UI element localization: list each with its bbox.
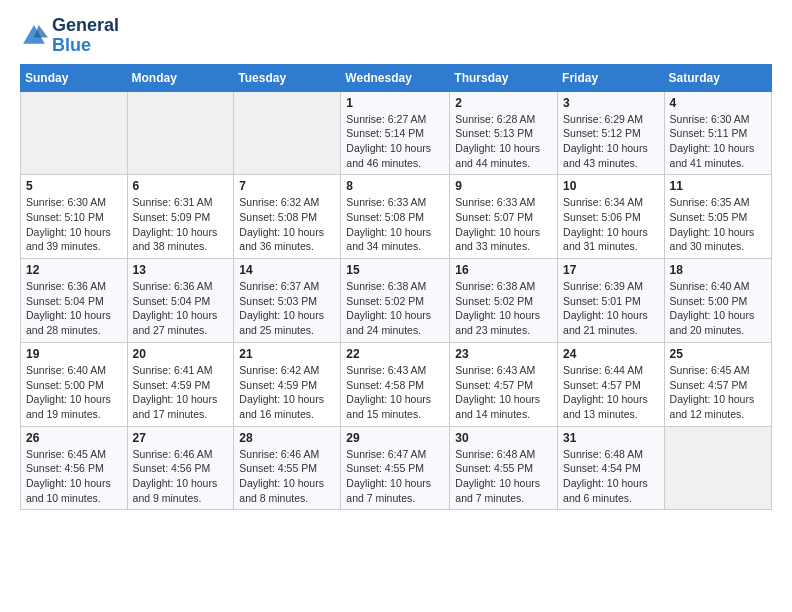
weekday-header-thursday: Thursday xyxy=(450,64,558,91)
day-number: 14 xyxy=(239,263,335,277)
day-number: 30 xyxy=(455,431,552,445)
day-info: Sunrise: 6:43 AM Sunset: 4:58 PM Dayligh… xyxy=(346,363,444,422)
day-number: 6 xyxy=(133,179,229,193)
calendar-cell: 24Sunrise: 6:44 AM Sunset: 4:57 PM Dayli… xyxy=(558,342,665,426)
calendar-cell: 23Sunrise: 6:43 AM Sunset: 4:57 PM Dayli… xyxy=(450,342,558,426)
day-number: 17 xyxy=(563,263,659,277)
day-number: 2 xyxy=(455,96,552,110)
day-info: Sunrise: 6:31 AM Sunset: 5:09 PM Dayligh… xyxy=(133,195,229,254)
calendar-body: 1Sunrise: 6:27 AM Sunset: 5:14 PM Daylig… xyxy=(21,91,772,510)
day-info: Sunrise: 6:43 AM Sunset: 4:57 PM Dayligh… xyxy=(455,363,552,422)
calendar-cell: 6Sunrise: 6:31 AM Sunset: 5:09 PM Daylig… xyxy=(127,175,234,259)
calendar-header-row: SundayMondayTuesdayWednesdayThursdayFrid… xyxy=(21,64,772,91)
day-info: Sunrise: 6:40 AM Sunset: 5:00 PM Dayligh… xyxy=(26,363,122,422)
day-number: 24 xyxy=(563,347,659,361)
calendar-cell: 1Sunrise: 6:27 AM Sunset: 5:14 PM Daylig… xyxy=(341,91,450,175)
day-number: 15 xyxy=(346,263,444,277)
calendar-table: SundayMondayTuesdayWednesdayThursdayFrid… xyxy=(20,64,772,511)
day-number: 10 xyxy=(563,179,659,193)
day-info: Sunrise: 6:36 AM Sunset: 5:04 PM Dayligh… xyxy=(26,279,122,338)
weekday-header-sunday: Sunday xyxy=(21,64,128,91)
day-number: 9 xyxy=(455,179,552,193)
calendar-week-5: 26Sunrise: 6:45 AM Sunset: 4:56 PM Dayli… xyxy=(21,426,772,510)
calendar-cell: 14Sunrise: 6:37 AM Sunset: 5:03 PM Dayli… xyxy=(234,259,341,343)
day-info: Sunrise: 6:34 AM Sunset: 5:06 PM Dayligh… xyxy=(563,195,659,254)
day-number: 25 xyxy=(670,347,766,361)
calendar-cell xyxy=(127,91,234,175)
calendar-cell xyxy=(664,426,771,510)
calendar-cell: 27Sunrise: 6:46 AM Sunset: 4:56 PM Dayli… xyxy=(127,426,234,510)
calendar-cell: 18Sunrise: 6:40 AM Sunset: 5:00 PM Dayli… xyxy=(664,259,771,343)
calendar-cell: 17Sunrise: 6:39 AM Sunset: 5:01 PM Dayli… xyxy=(558,259,665,343)
day-info: Sunrise: 6:37 AM Sunset: 5:03 PM Dayligh… xyxy=(239,279,335,338)
day-info: Sunrise: 6:28 AM Sunset: 5:13 PM Dayligh… xyxy=(455,112,552,171)
header: General Blue xyxy=(20,16,772,56)
day-number: 18 xyxy=(670,263,766,277)
calendar-cell xyxy=(234,91,341,175)
calendar-week-4: 19Sunrise: 6:40 AM Sunset: 5:00 PM Dayli… xyxy=(21,342,772,426)
calendar-week-2: 5Sunrise: 6:30 AM Sunset: 5:10 PM Daylig… xyxy=(21,175,772,259)
day-number: 28 xyxy=(239,431,335,445)
calendar-cell: 21Sunrise: 6:42 AM Sunset: 4:59 PM Dayli… xyxy=(234,342,341,426)
day-info: Sunrise: 6:35 AM Sunset: 5:05 PM Dayligh… xyxy=(670,195,766,254)
weekday-header-tuesday: Tuesday xyxy=(234,64,341,91)
day-info: Sunrise: 6:48 AM Sunset: 4:54 PM Dayligh… xyxy=(563,447,659,506)
logo: General Blue xyxy=(20,16,119,56)
day-info: Sunrise: 6:38 AM Sunset: 5:02 PM Dayligh… xyxy=(346,279,444,338)
day-info: Sunrise: 6:41 AM Sunset: 4:59 PM Dayligh… xyxy=(133,363,229,422)
day-number: 31 xyxy=(563,431,659,445)
day-number: 19 xyxy=(26,347,122,361)
weekday-header-wednesday: Wednesday xyxy=(341,64,450,91)
calendar-cell: 20Sunrise: 6:41 AM Sunset: 4:59 PM Dayli… xyxy=(127,342,234,426)
weekday-header-saturday: Saturday xyxy=(664,64,771,91)
day-number: 27 xyxy=(133,431,229,445)
calendar-cell: 5Sunrise: 6:30 AM Sunset: 5:10 PM Daylig… xyxy=(21,175,128,259)
day-info: Sunrise: 6:33 AM Sunset: 5:08 PM Dayligh… xyxy=(346,195,444,254)
day-info: Sunrise: 6:38 AM Sunset: 5:02 PM Dayligh… xyxy=(455,279,552,338)
calendar-cell: 29Sunrise: 6:47 AM Sunset: 4:55 PM Dayli… xyxy=(341,426,450,510)
day-info: Sunrise: 6:47 AM Sunset: 4:55 PM Dayligh… xyxy=(346,447,444,506)
day-info: Sunrise: 6:30 AM Sunset: 5:10 PM Dayligh… xyxy=(26,195,122,254)
day-info: Sunrise: 6:44 AM Sunset: 4:57 PM Dayligh… xyxy=(563,363,659,422)
day-number: 4 xyxy=(670,96,766,110)
day-info: Sunrise: 6:42 AM Sunset: 4:59 PM Dayligh… xyxy=(239,363,335,422)
weekday-header-friday: Friday xyxy=(558,64,665,91)
day-number: 29 xyxy=(346,431,444,445)
day-number: 3 xyxy=(563,96,659,110)
calendar-cell: 13Sunrise: 6:36 AM Sunset: 5:04 PM Dayli… xyxy=(127,259,234,343)
day-number: 1 xyxy=(346,96,444,110)
day-info: Sunrise: 6:48 AM Sunset: 4:55 PM Dayligh… xyxy=(455,447,552,506)
day-number: 26 xyxy=(26,431,122,445)
calendar-cell: 25Sunrise: 6:45 AM Sunset: 4:57 PM Dayli… xyxy=(664,342,771,426)
day-number: 11 xyxy=(670,179,766,193)
calendar-cell: 28Sunrise: 6:46 AM Sunset: 4:55 PM Dayli… xyxy=(234,426,341,510)
calendar-cell: 22Sunrise: 6:43 AM Sunset: 4:58 PM Dayli… xyxy=(341,342,450,426)
calendar-cell: 11Sunrise: 6:35 AM Sunset: 5:05 PM Dayli… xyxy=(664,175,771,259)
day-number: 12 xyxy=(26,263,122,277)
day-number: 13 xyxy=(133,263,229,277)
calendar-cell: 12Sunrise: 6:36 AM Sunset: 5:04 PM Dayli… xyxy=(21,259,128,343)
calendar-cell: 26Sunrise: 6:45 AM Sunset: 4:56 PM Dayli… xyxy=(21,426,128,510)
day-info: Sunrise: 6:27 AM Sunset: 5:14 PM Dayligh… xyxy=(346,112,444,171)
day-number: 8 xyxy=(346,179,444,193)
day-info: Sunrise: 6:40 AM Sunset: 5:00 PM Dayligh… xyxy=(670,279,766,338)
day-info: Sunrise: 6:36 AM Sunset: 5:04 PM Dayligh… xyxy=(133,279,229,338)
calendar-week-3: 12Sunrise: 6:36 AM Sunset: 5:04 PM Dayli… xyxy=(21,259,772,343)
day-number: 7 xyxy=(239,179,335,193)
day-info: Sunrise: 6:45 AM Sunset: 4:57 PM Dayligh… xyxy=(670,363,766,422)
calendar-cell: 8Sunrise: 6:33 AM Sunset: 5:08 PM Daylig… xyxy=(341,175,450,259)
calendar-cell: 16Sunrise: 6:38 AM Sunset: 5:02 PM Dayli… xyxy=(450,259,558,343)
calendar-cell: 4Sunrise: 6:30 AM Sunset: 5:11 PM Daylig… xyxy=(664,91,771,175)
day-number: 23 xyxy=(455,347,552,361)
day-info: Sunrise: 6:46 AM Sunset: 4:55 PM Dayligh… xyxy=(239,447,335,506)
calendar-cell: 9Sunrise: 6:33 AM Sunset: 5:07 PM Daylig… xyxy=(450,175,558,259)
calendar-cell: 15Sunrise: 6:38 AM Sunset: 5:02 PM Dayli… xyxy=(341,259,450,343)
day-info: Sunrise: 6:39 AM Sunset: 5:01 PM Dayligh… xyxy=(563,279,659,338)
calendar-week-1: 1Sunrise: 6:27 AM Sunset: 5:14 PM Daylig… xyxy=(21,91,772,175)
calendar-cell: 3Sunrise: 6:29 AM Sunset: 5:12 PM Daylig… xyxy=(558,91,665,175)
calendar-cell: 7Sunrise: 6:32 AM Sunset: 5:08 PM Daylig… xyxy=(234,175,341,259)
day-info: Sunrise: 6:32 AM Sunset: 5:08 PM Dayligh… xyxy=(239,195,335,254)
day-info: Sunrise: 6:46 AM Sunset: 4:56 PM Dayligh… xyxy=(133,447,229,506)
calendar-cell: 10Sunrise: 6:34 AM Sunset: 5:06 PM Dayli… xyxy=(558,175,665,259)
calendar-cell xyxy=(21,91,128,175)
